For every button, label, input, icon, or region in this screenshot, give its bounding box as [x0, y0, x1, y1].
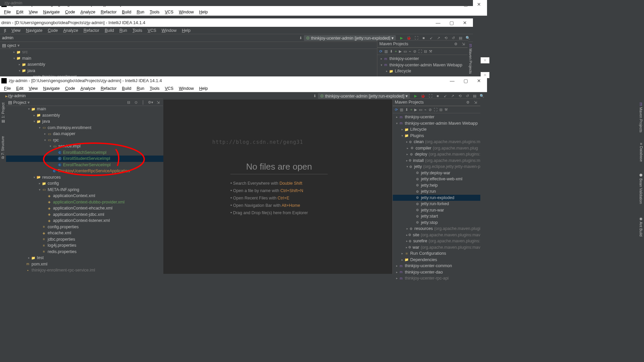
tree-node[interactable]: ▸📁test [6, 255, 169, 261]
tree-node[interactable]: ▸📁config [6, 180, 169, 187]
twisty-icon[interactable]: ▸ [400, 258, 404, 261]
vcs-update-icon[interactable]: ↙ [442, 93, 448, 99]
reimport-icon[interactable]: ⟳ [395, 108, 398, 112]
menu-navigate[interactable]: Navigate [41, 85, 62, 92]
twisty-icon[interactable]: ▾ [32, 120, 36, 123]
tree-node[interactable]: ▾📁java [0, 68, 163, 74]
maximize-button[interactable]: ▢ [445, 18, 458, 27]
maven-node[interactable]: ▾mthinkjoy-ucenter-admin Maven Webapp [393, 120, 480, 127]
tree-node[interactable]: ≡log4j.properties [6, 242, 169, 249]
execute-icon[interactable]: ▭ [404, 49, 407, 54]
maven-node[interactable]: ⚙jetty:deploy-war [393, 170, 480, 176]
minimize-button[interactable]: — [445, 76, 459, 85]
menu-view[interactable]: View [26, 85, 41, 92]
twisty-icon[interactable]: ▸ [17, 63, 21, 66]
editor-area[interactable]: http://blog.csdn.net/geng31 No files are… [163, 100, 392, 274]
maven-node[interactable]: ▸📁Lifecycle [377, 68, 468, 74]
twisty-icon[interactable]: ▸ [406, 159, 408, 162]
debug-button[interactable]: 🐞 [420, 93, 426, 99]
menu-navigate[interactable]: Navigate [23, 27, 45, 34]
menu-analyze[interactable]: Analyze [78, 85, 98, 92]
maven-node[interactable]: ▸⚙compiler(org.apache.maven.plug [393, 145, 480, 152]
tree-node[interactable]: ◈ehcache.xml [6, 230, 169, 236]
maven-node[interactable]: ▸⚙site(org.apache.maven.plugins:mav [393, 232, 480, 238]
menu-refactor[interactable]: Refactor [98, 85, 119, 92]
twisty-icon[interactable]: ▸ [38, 182, 42, 185]
tree-node[interactable]: ≡config.properties [6, 224, 169, 230]
generate-icon[interactable]: ▥ [384, 49, 388, 54]
menu-analyze[interactable]: Analyze [78, 9, 98, 15]
maven-node[interactable]: ⚙jetty:stop [393, 220, 480, 226]
maven-node[interactable]: ⚙jetty:start [393, 213, 480, 220]
stop-icon[interactable]: ■ [435, 93, 441, 99]
twisty-icon[interactable]: ▾ [12, 57, 16, 60]
project-panel-title[interactable]: ▤ Project [8, 100, 26, 105]
run-config-selector[interactable]: ⚙ thinkjoy-ucenter-admin [jetty:run-expl… [304, 35, 396, 41]
menu-refactor[interactable]: Refactor [98, 9, 119, 15]
tree-node[interactable]: CEnrollTeacherServiceImpl [6, 162, 169, 168]
twisty-icon[interactable]: ▸ [406, 227, 409, 230]
add-icon[interactable]: + [395, 49, 397, 53]
show-deps-icon[interactable]: ⛶ [434, 108, 437, 112]
gear-icon[interactable]: ⚙▾ [148, 99, 154, 105]
tree-node[interactable]: ▸📁src [0, 49, 163, 55]
twisty-icon[interactable]: ▸ [12, 50, 16, 54]
tree-node[interactable]: ◈applicationContext-jdbc.xml [6, 212, 169, 218]
tree-node[interactable]: mpom.xml [6, 261, 169, 267]
twisty-icon[interactable]: ▾ [43, 138, 47, 142]
maven-node[interactable]: ⚙jetty:run-exploded [393, 195, 480, 201]
tree-node[interactable]: ▾📂resources [6, 174, 169, 181]
gear-icon[interactable]: ⚙ [465, 99, 471, 105]
scroll-from-source-icon[interactable]: ⊙ [133, 99, 139, 105]
menu-tools[interactable]: Tools [130, 27, 145, 34]
project-view-dropdown-icon[interactable]: ▾ [28, 100, 30, 105]
maven-node[interactable]: ▸⚛Run Configurations [393, 250, 480, 257]
twisty-icon[interactable]: ▾ [406, 165, 409, 168]
twisty-icon[interactable]: ▾ [17, 69, 21, 72]
close-button[interactable]: ✕ [472, 0, 486, 8]
menu-build[interactable]: Build [102, 27, 117, 34]
menu-file[interactable]: File [1, 9, 13, 15]
twisty-icon[interactable]: ▾ [27, 107, 31, 111]
maximize-button[interactable]: ▢ [459, 76, 472, 85]
maven-node[interactable]: ⚙jetty:run [393, 188, 480, 195]
tree-node[interactable]: ▾▭META-INF.spring [6, 187, 169, 193]
toggle-offline-icon[interactable]: ⌁ [424, 108, 427, 112]
menu-it[interactable]: it [1, 27, 9, 34]
menu-view[interactable]: View [26, 9, 41, 15]
menu-view[interactable]: View [9, 27, 23, 34]
run-icon[interactable]: ▶ [414, 108, 417, 112]
tree-node[interactable]: ▪thinkjoy-enrollment-rpc-service.iml [6, 267, 169, 274]
maven-node[interactable]: ▾⚙jetty(org.eclipse.jetty:jetty-maven-p [393, 164, 480, 170]
menu-run[interactable]: Run [134, 9, 147, 15]
gear-icon[interactable]: ⚙ [453, 41, 459, 47]
tree-node[interactable]: CEnrollStudentServiceImpl [6, 156, 169, 162]
hide-panel-icon[interactable]: ⇲ [472, 99, 478, 105]
twisty-icon[interactable]: ▾ [38, 126, 42, 129]
twisty-icon[interactable]: ▸ [406, 246, 408, 249]
twisty-icon[interactable]: ▸ [395, 277, 399, 280]
tree-node[interactable]: ▾▭com.thinkjoy.enrollment [6, 125, 169, 131]
ant-build-tab[interactable]: ◉ Ant Build [638, 215, 644, 238]
tree-node[interactable]: ◈applicationContext-listener.xml [6, 218, 169, 224]
twisty-icon[interactable]: ▸ [406, 146, 410, 150]
maven-node[interactable]: ▸📁Dependencies [393, 257, 480, 263]
menu-edit[interactable]: Edit [13, 9, 26, 15]
tree-node[interactable]: ◈applicationContext.xml [6, 193, 169, 199]
project-panel-title[interactable]: ▤ oject [2, 43, 16, 48]
menu-code[interactable]: Code [45, 27, 61, 34]
maven-node[interactable]: ▸⚙war(org.apache.maven.plugins:mav [393, 244, 480, 251]
database-tab[interactable]: ≡ Database [639, 141, 644, 164]
twisty-icon[interactable]: ▸ [406, 153, 409, 156]
twisty-icon[interactable]: ▾ [379, 63, 383, 67]
menu-window[interactable]: Window [176, 85, 196, 92]
maven-tree-window2[interactable]: ▸mthinkjoy-ucenter▾mthinkjoy-ucenter-adm… [377, 55, 468, 75]
reimport-icon[interactable]: ⟳ [379, 49, 382, 54]
tree-node[interactable]: ◈applicationContext-dubbo-provider.xml [6, 199, 169, 205]
tree-node[interactable]: ▾📁main [6, 106, 169, 112]
menu-window[interactable]: Window [176, 9, 196, 15]
menu-code[interactable]: Code [62, 85, 78, 92]
maven-node[interactable]: ⚙jetty:run-war [393, 207, 480, 214]
menu-edit[interactable]: Edit [13, 85, 26, 92]
vcs-revert-icon[interactable]: ↺ [464, 93, 470, 99]
